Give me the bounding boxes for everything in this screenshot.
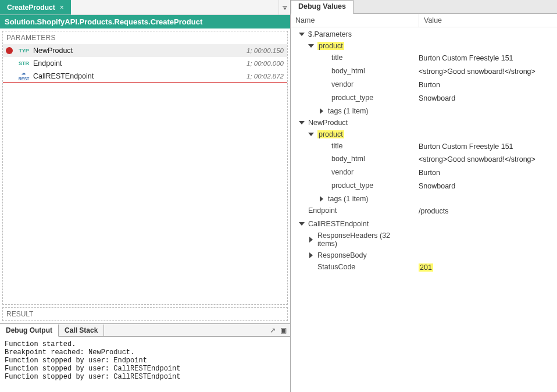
chevron-down-icon[interactable]	[308, 131, 314, 137]
document-tab-bar: CreateProduct ×	[0, 0, 290, 15]
chevron-right-icon[interactable]	[308, 237, 314, 243]
tree-value: Snowboard	[414, 181, 557, 191]
tab-call-stack[interactable]: Call Stack	[59, 325, 104, 336]
param-name: Endpoint	[32, 59, 247, 67]
tree-node-parameters[interactable]: $.Parameters	[291, 30, 414, 38]
tab-debug-output[interactable]: Debug Output	[0, 325, 59, 337]
tree-node-statuscode[interactable]: StatusCode	[291, 263, 414, 271]
rest-icon: ☁REST	[19, 70, 30, 82]
tab-dropdown-icon[interactable]	[278, 0, 290, 15]
bottom-panel: Debug Output Call Stack ↗ ▣ Function sta…	[0, 323, 290, 392]
debug-output-text: Function started. Breakpoint reached: Ne…	[0, 337, 290, 392]
parameters-list: TYP NewProduct 1; 00:00.150 STR Endpoint…	[3, 44, 287, 304]
pin-icon[interactable]: ▣	[280, 326, 287, 334]
tree-value: Snowboard	[414, 94, 557, 104]
tree-node-newproduct[interactable]: NewProduct	[291, 119, 414, 127]
column-value: Value	[419, 14, 557, 27]
tree-value: <strong>Good snowboard!</strong>	[414, 155, 557, 165]
tree-node-vendor[interactable]: vendor	[291, 168, 414, 176]
tab-debug-values[interactable]: Debug Values	[291, 0, 354, 14]
left-panel: CreateProduct × Solution.ShopifyAPI.Prod…	[0, 0, 291, 392]
breakpoint-icon[interactable]	[6, 47, 13, 54]
chevron-down-icon[interactable]	[299, 31, 305, 37]
tree-node-body-html[interactable]: body_html	[291, 67, 414, 75]
svg-rect-0	[283, 6, 287, 7]
tree-node-title[interactable]: title	[291, 142, 414, 150]
tree-value: /products	[414, 206, 557, 216]
type-badge: TYP	[16, 48, 32, 54]
param-name: NewProduct	[32, 47, 247, 55]
svg-marker-1	[283, 8, 287, 10]
tree-value: 201	[419, 263, 433, 272]
result-panel: RESULT	[2, 307, 288, 321]
close-icon[interactable]: ×	[60, 3, 64, 12]
popout-icon[interactable]: ↗	[270, 326, 276, 334]
type-badge: STR	[16, 60, 32, 66]
tree-node-responseheaders[interactable]: ResponseHeaders (32 items)	[291, 231, 414, 248]
bottom-tabs: Debug Output Call Stack ↗ ▣	[0, 324, 290, 337]
tree-node-product[interactable]: product	[291, 130, 414, 138]
chevron-down-icon[interactable]	[308, 43, 314, 49]
parameters-panel: PARAMETERS TYP NewProduct 1; 00:00.150 S…	[2, 31, 288, 305]
param-time: 1; 00:02.872	[247, 73, 284, 80]
tree-value: <strong>Good snowboard!</strong>	[414, 67, 557, 77]
tree-value: Burton Custom Freestyle 151	[414, 142, 557, 152]
tab-title: CreateProduct	[7, 3, 55, 12]
tree-node-product[interactable]: product	[291, 42, 414, 50]
tree-value: Burton Custom Freestyle 151	[414, 54, 557, 63]
chevron-right-icon[interactable]	[319, 196, 324, 202]
param-row-callrestendpoint[interactable]: ☁REST CallRESTEndpoint 1; 00:02.872	[3, 70, 287, 83]
tab-createproduct[interactable]: CreateProduct ×	[0, 0, 71, 15]
param-time: 1; 00:00.150	[247, 47, 284, 54]
chevron-down-icon[interactable]	[299, 120, 305, 126]
tree-node-body-html[interactable]: body_html	[291, 155, 414, 163]
debug-values-columns: Name Value	[291, 14, 557, 27]
chevron-down-icon[interactable]	[299, 221, 305, 227]
tree-node-vendor[interactable]: vendor	[291, 80, 414, 88]
debug-values-panel: Debug Values Name Value $.Parameters pro…	[291, 0, 557, 392]
tree-node-responsebody[interactable]: ResponseBody	[291, 251, 414, 259]
tree-node-product-type[interactable]: product_type	[291, 181, 414, 190]
column-name: Name	[291, 14, 419, 27]
tree-node-callrestendpoint[interactable]: CallRESTEndpoint	[291, 220, 414, 228]
tree-node-product-type[interactable]: product_type	[291, 94, 414, 102]
tree-value: Burton	[414, 168, 557, 178]
tree-node-endpoint[interactable]: Endpoint	[291, 206, 414, 215]
chevron-right-icon[interactable]	[308, 252, 314, 258]
tree-node-tags[interactable]: tags (1 item)	[291, 195, 414, 203]
chevron-right-icon[interactable]	[319, 108, 324, 114]
parameters-header: PARAMETERS	[3, 31, 287, 44]
breadcrumb: Solution.ShopifyAPI.Products.Requests.Cr…	[0, 15, 290, 28]
debug-values-tree: $.Parameters product titleBurton Custom …	[291, 27, 557, 392]
param-row-newproduct[interactable]: TYP NewProduct 1; 00:00.150	[3, 44, 287, 57]
param-time: 1; 00:00.000	[247, 60, 284, 67]
tree-node-tags[interactable]: tags (1 item)	[291, 107, 414, 115]
tree-value: Burton	[414, 80, 557, 90]
param-name: CallRESTEndpoint	[32, 72, 247, 80]
param-row-endpoint[interactable]: STR Endpoint 1; 00:00.000	[3, 57, 287, 70]
tree-node-title[interactable]: title	[291, 54, 414, 62]
